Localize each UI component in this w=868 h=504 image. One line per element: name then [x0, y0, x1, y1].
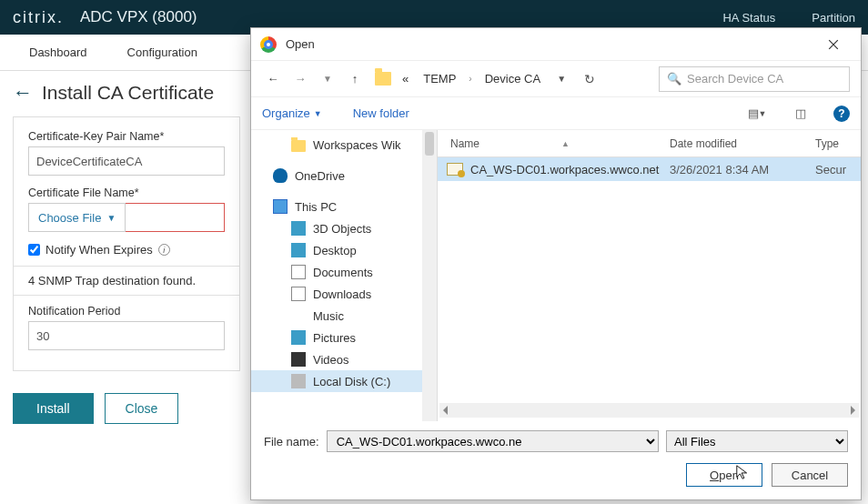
- file-list-scrollbar[interactable]: [439, 403, 859, 418]
- column-type[interactable]: Type: [815, 137, 861, 150]
- refresh-icon[interactable]: ↻: [579, 68, 601, 90]
- tab-configuration[interactable]: Configuration: [107, 35, 217, 71]
- search-input[interactable]: 🔍 Search Device CA: [659, 66, 850, 92]
- info-icon[interactable]: i: [158, 244, 170, 256]
- open-button[interactable]: Open: [686, 463, 762, 487]
- help-icon[interactable]: ?: [833, 106, 850, 122]
- tree-item-music[interactable]: Music: [251, 305, 437, 327]
- tree-item-3dobjects[interactable]: 3D Objects: [251, 217, 437, 239]
- sort-asc-icon: ▲: [561, 139, 570, 148]
- file-row[interactable]: CA_WS-DC01.workpaces.wwco.net 3/26/2021 …: [438, 157, 861, 181]
- view-menu-icon[interactable]: ▤ ▼: [746, 103, 768, 125]
- filename-label: File name:: [264, 435, 319, 449]
- close-icon[interactable]: [815, 32, 852, 57]
- breadcrumb-temp[interactable]: TEMP: [423, 72, 456, 86]
- tree-item-thispc[interactable]: This PC: [251, 196, 437, 217]
- breadcrumb-sep: «: [402, 72, 409, 86]
- install-button[interactable]: Install: [13, 393, 94, 424]
- tab-dashboard[interactable]: Dashboard: [9, 35, 107, 71]
- page-title: Install CA Certificate: [42, 82, 214, 104]
- cert-file-label: Certificate File Name*: [28, 186, 225, 199]
- chevron-down-icon: ▼: [106, 213, 116, 223]
- file-date: 3/26/2021 8:34 AM: [670, 163, 815, 176]
- tree-item-videos[interactable]: Videos: [251, 348, 437, 370]
- dialog-nav: ← → ▼ ↑ « TEMP › Device CA ▼ ↻ 🔍 Search …: [251, 61, 861, 97]
- tree-item-workspaces[interactable]: Workspaces Wik: [251, 134, 437, 156]
- folder-icon: [375, 72, 391, 86]
- file-list-header: Name▲ Date modified Type: [438, 130, 861, 157]
- notif-period-label: Notification Period: [28, 305, 225, 318]
- dialog-titlebar: Open: [251, 28, 861, 61]
- close-button[interactable]: Close: [105, 393, 179, 424]
- recent-chevron-icon[interactable]: ▼: [317, 68, 338, 90]
- tree-item-desktop[interactable]: Desktop: [251, 239, 437, 261]
- chevron-right-icon: ›: [469, 74, 471, 84]
- forward-button[interactable]: →: [289, 68, 311, 90]
- file-type: Secur: [815, 163, 861, 176]
- tree-item-onedrive[interactable]: OneDrive: [251, 165, 437, 186]
- notif-period-input[interactable]: [28, 321, 225, 350]
- tree-scrollbar[interactable]: [422, 130, 437, 421]
- back-button[interactable]: ←: [262, 68, 284, 90]
- chrome-icon: [260, 36, 277, 53]
- organize-menu[interactable]: Organize ▼: [262, 106, 322, 120]
- certificate-icon: [447, 163, 463, 176]
- cert-pair-label: Certificate-Key Pair Name*: [28, 130, 225, 143]
- file-list: Name▲ Date modified Type CA_WS-DC01.work…: [438, 130, 861, 421]
- back-arrow-icon[interactable]: ←: [13, 83, 33, 103]
- new-folder-button[interactable]: New folder: [353, 106, 409, 120]
- tree-item-pictures[interactable]: Pictures: [251, 327, 437, 348]
- file-filter-select[interactable]: All Files: [666, 430, 848, 452]
- open-dialog: Open ← → ▼ ↑ « TEMP › Device CA ▼ ↻ 🔍 Se…: [250, 27, 862, 500]
- up-button[interactable]: ↑: [344, 68, 366, 90]
- citrix-logo: citrix.: [13, 8, 64, 27]
- partition-link[interactable]: Partition: [812, 11, 855, 25]
- tree-item-documents[interactable]: Documents: [251, 261, 437, 283]
- chevron-down-icon[interactable]: ▼: [557, 74, 566, 84]
- tree-item-downloads[interactable]: Downloads: [251, 283, 437, 305]
- notify-checkbox[interactable]: [28, 244, 40, 256]
- folder-tree: Workspaces Wik OneDrive This PC 3D Objec…: [251, 130, 438, 421]
- install-form: Certificate-Key Pair Name* Certificate F…: [13, 116, 240, 371]
- ha-status-link[interactable]: HA Status: [722, 11, 775, 25]
- notify-label: Notify When Expires: [45, 243, 153, 257]
- file-name: CA_WS-DC01.workpaces.wwco.net: [470, 163, 659, 176]
- cancel-button[interactable]: Cancel: [772, 463, 848, 487]
- search-icon: 🔍: [667, 72, 681, 86]
- preview-pane-icon[interactable]: ◫: [790, 103, 812, 125]
- product-name: ADC VPX (8000): [80, 8, 197, 26]
- column-name[interactable]: Name▲: [438, 137, 670, 150]
- snmp-message: 4 SNMP Trap destination found.: [14, 266, 239, 296]
- breadcrumb-deviceca[interactable]: Device CA: [485, 72, 540, 86]
- tree-item-localdisk[interactable]: Local Disk (C:): [251, 370, 437, 392]
- filename-input[interactable]: CA_WS-DC01.workpaces.wwco.ne: [327, 430, 659, 452]
- dialog-toolbar: Organize ▼ New folder ▤ ▼ ◫ ?: [251, 97, 861, 130]
- choose-file-button[interactable]: Choose File▼: [28, 203, 126, 232]
- dialog-footer: File name: CA_WS-DC01.workpaces.wwco.ne …: [251, 421, 861, 499]
- column-date[interactable]: Date modified: [670, 137, 815, 150]
- cert-file-empty-indicator: [126, 203, 225, 232]
- cert-pair-input[interactable]: [28, 146, 225, 176]
- dialog-title: Open: [286, 37, 315, 51]
